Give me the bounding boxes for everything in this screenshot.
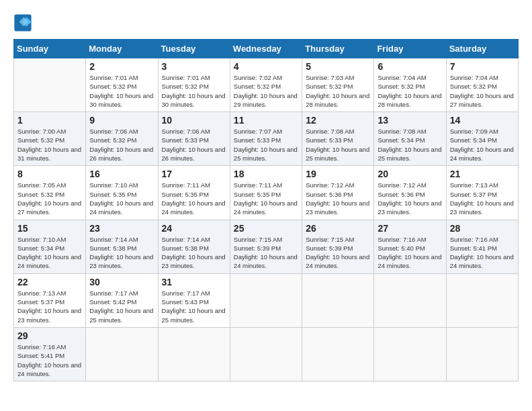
calendar-cell: 22Sunrise: 7:13 AM Sunset: 5:37 PM Dayli… <box>14 273 86 327</box>
day-info: Sunrise: 7:03 AM Sunset: 5:32 PM Dayligh… <box>306 73 370 109</box>
calendar-week-row: 15Sunrise: 7:10 AM Sunset: 5:34 PM Dayli… <box>14 220 519 273</box>
day-number: 4 <box>234 61 298 72</box>
day-info: Sunrise: 7:09 AM Sunset: 5:34 PM Dayligh… <box>450 127 515 163</box>
calendar-cell: 6Sunrise: 7:04 AM Sunset: 5:32 PM Daylig… <box>374 58 446 112</box>
day-info: Sunrise: 7:11 AM Sunset: 5:35 PM Dayligh… <box>234 181 298 216</box>
calendar-cell: 23Sunrise: 7:14 AM Sunset: 5:38 PM Dayli… <box>86 220 158 273</box>
day-info: Sunrise: 7:01 AM Sunset: 5:32 PM Dayligh… <box>89 73 154 109</box>
calendar-cell: 11Sunrise: 7:07 AM Sunset: 5:33 PM Dayli… <box>230 112 302 166</box>
day-number: 9 <box>89 115 154 126</box>
calendar-cell: 7Sunrise: 7:04 AM Sunset: 5:32 PM Daylig… <box>446 58 518 112</box>
day-info: Sunrise: 7:10 AM Sunset: 5:34 PM Dayligh… <box>17 235 82 271</box>
day-number: 16 <box>89 169 154 179</box>
day-number: 12 <box>306 115 370 126</box>
calendar-cell: 26Sunrise: 7:15 AM Sunset: 5:39 PM Dayli… <box>302 220 374 273</box>
calendar-week-row: 8Sunrise: 7:05 AM Sunset: 5:32 PM Daylig… <box>14 166 519 220</box>
logo <box>13 13 35 32</box>
day-number: 17 <box>162 169 226 179</box>
day-number: 29 <box>17 330 82 341</box>
day-number: 8 <box>17 169 82 179</box>
weekday-header: Wednesday <box>230 40 302 58</box>
weekday-header: Monday <box>86 40 158 58</box>
day-info: Sunrise: 7:00 AM Sunset: 5:32 PM Dayligh… <box>17 127 82 163</box>
calendar-cell: 16Sunrise: 7:10 AM Sunset: 5:35 PM Dayli… <box>86 166 158 220</box>
weekday-header: Thursday <box>302 40 374 58</box>
calendar-cell: 27Sunrise: 7:16 AM Sunset: 5:40 PM Dayli… <box>374 220 446 273</box>
day-number: 11 <box>234 115 298 126</box>
calendar-cell <box>14 58 86 112</box>
calendar-week-row: 1Sunrise: 7:00 AM Sunset: 5:32 PM Daylig… <box>14 112 519 166</box>
weekday-header: Friday <box>374 40 446 58</box>
day-info: Sunrise: 7:08 AM Sunset: 5:34 PM Dayligh… <box>378 127 442 163</box>
day-info: Sunrise: 7:08 AM Sunset: 5:33 PM Dayligh… <box>306 127 370 163</box>
day-number: 2 <box>89 61 154 72</box>
day-number: 20 <box>378 169 442 179</box>
calendar-cell <box>374 327 446 381</box>
day-info: Sunrise: 7:12 AM Sunset: 5:36 PM Dayligh… <box>306 181 370 216</box>
day-number: 23 <box>89 223 154 234</box>
calendar-cell <box>86 327 158 381</box>
day-number: 13 <box>378 115 442 126</box>
day-info: Sunrise: 7:01 AM Sunset: 5:32 PM Dayligh… <box>162 73 226 109</box>
day-info: Sunrise: 7:02 AM Sunset: 5:32 PM Dayligh… <box>234 73 298 109</box>
calendar-cell <box>230 273 302 327</box>
weekday-header: Tuesday <box>158 40 230 58</box>
calendar-cell: 29Sunrise: 7:16 AM Sunset: 5:41 PM Dayli… <box>14 327 86 381</box>
day-number: 7 <box>450 61 515 72</box>
calendar-cell: 3Sunrise: 7:01 AM Sunset: 5:32 PM Daylig… <box>158 58 230 112</box>
day-info: Sunrise: 7:16 AM Sunset: 5:40 PM Dayligh… <box>378 235 442 271</box>
calendar-cell: 9Sunrise: 7:06 AM Sunset: 5:32 PM Daylig… <box>86 112 158 166</box>
logo-icon <box>13 13 32 32</box>
calendar-cell: 17Sunrise: 7:11 AM Sunset: 5:35 PM Dayli… <box>158 166 230 220</box>
calendar-cell: 15Sunrise: 7:10 AM Sunset: 5:34 PM Dayli… <box>14 220 86 273</box>
calendar-cell: 24Sunrise: 7:14 AM Sunset: 5:38 PM Dayli… <box>158 220 230 273</box>
day-info: Sunrise: 7:16 AM Sunset: 5:41 PM Dayligh… <box>17 342 82 378</box>
calendar-cell: 19Sunrise: 7:12 AM Sunset: 5:36 PM Dayli… <box>302 166 374 220</box>
day-number: 14 <box>450 115 515 126</box>
calendar-table: SundayMondayTuesdayWednesdayThursdayFrid… <box>13 39 519 381</box>
day-number: 21 <box>450 169 515 179</box>
day-number: 5 <box>306 61 370 72</box>
day-info: Sunrise: 7:15 AM Sunset: 5:39 PM Dayligh… <box>234 235 298 271</box>
calendar-cell: 21Sunrise: 7:13 AM Sunset: 5:37 PM Dayli… <box>446 166 518 220</box>
calendar-cell: 18Sunrise: 7:11 AM Sunset: 5:35 PM Dayli… <box>230 166 302 220</box>
calendar-cell: 14Sunrise: 7:09 AM Sunset: 5:34 PM Dayli… <box>446 112 518 166</box>
day-info: Sunrise: 7:07 AM Sunset: 5:33 PM Dayligh… <box>234 127 298 163</box>
day-number: 6 <box>378 61 442 72</box>
day-number: 15 <box>17 223 82 234</box>
day-info: Sunrise: 7:13 AM Sunset: 5:37 PM Dayligh… <box>450 181 515 216</box>
calendar-cell <box>446 273 518 327</box>
day-info: Sunrise: 7:15 AM Sunset: 5:39 PM Dayligh… <box>306 235 370 271</box>
day-info: Sunrise: 7:17 AM Sunset: 5:43 PM Dayligh… <box>162 289 226 324</box>
calendar-cell: 4Sunrise: 7:02 AM Sunset: 5:32 PM Daylig… <box>230 58 302 112</box>
calendar-cell <box>230 327 302 381</box>
calendar-cell: 8Sunrise: 7:05 AM Sunset: 5:32 PM Daylig… <box>14 166 86 220</box>
day-number: 22 <box>17 277 82 287</box>
day-number: 31 <box>162 277 226 287</box>
calendar-cell: 25Sunrise: 7:15 AM Sunset: 5:39 PM Dayli… <box>230 220 302 273</box>
calendar-cell <box>302 273 374 327</box>
day-info: Sunrise: 7:14 AM Sunset: 5:38 PM Dayligh… <box>162 235 226 271</box>
calendar-header-row: SundayMondayTuesdayWednesdayThursdayFrid… <box>14 40 519 58</box>
day-number: 1 <box>17 115 82 126</box>
calendar-week-row: 29Sunrise: 7:16 AM Sunset: 5:41 PM Dayli… <box>14 327 519 381</box>
day-info: Sunrise: 7:11 AM Sunset: 5:35 PM Dayligh… <box>162 181 226 216</box>
calendar-cell <box>158 327 230 381</box>
day-number: 30 <box>89 277 154 287</box>
day-info: Sunrise: 7:16 AM Sunset: 5:41 PM Dayligh… <box>450 235 515 271</box>
day-number: 26 <box>306 223 370 234</box>
calendar-cell <box>374 273 446 327</box>
day-info: Sunrise: 7:13 AM Sunset: 5:37 PM Dayligh… <box>17 289 82 324</box>
calendar-cell: 10Sunrise: 7:06 AM Sunset: 5:33 PM Dayli… <box>158 112 230 166</box>
calendar-cell: 2Sunrise: 7:01 AM Sunset: 5:32 PM Daylig… <box>86 58 158 112</box>
day-info: Sunrise: 7:06 AM Sunset: 5:32 PM Dayligh… <box>89 127 154 163</box>
day-info: Sunrise: 7:12 AM Sunset: 5:36 PM Dayligh… <box>378 181 442 216</box>
day-number: 25 <box>234 223 298 234</box>
day-info: Sunrise: 7:05 AM Sunset: 5:32 PM Dayligh… <box>17 181 82 216</box>
calendar-cell <box>302 327 374 381</box>
day-number: 27 <box>378 223 442 234</box>
calendar-cell: 5Sunrise: 7:03 AM Sunset: 5:32 PM Daylig… <box>302 58 374 112</box>
calendar-cell <box>446 327 518 381</box>
day-info: Sunrise: 7:04 AM Sunset: 5:32 PM Dayligh… <box>378 73 442 109</box>
day-info: Sunrise: 7:10 AM Sunset: 5:35 PM Dayligh… <box>89 181 154 216</box>
